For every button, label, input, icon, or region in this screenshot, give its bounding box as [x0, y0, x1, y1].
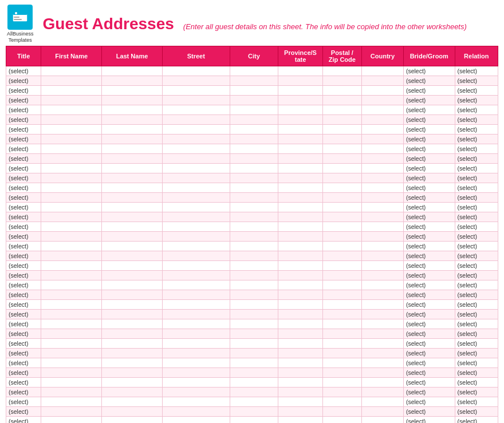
cell-country[interactable]: [361, 85, 403, 95]
cell-lastname[interactable]: [102, 251, 163, 260]
cell-street[interactable]: [162, 251, 230, 260]
table-row[interactable]: (select)(select)(select): [6, 290, 498, 299]
cell-title[interactable]: (select): [6, 290, 41, 299]
cell-country[interactable]: [361, 348, 403, 358]
cell-city[interactable]: [230, 231, 278, 241]
cell-province[interactable]: [278, 95, 322, 105]
cell-bridegroom[interactable]: (select): [403, 222, 455, 231]
cell-lastname[interactable]: [102, 270, 163, 280]
table-row[interactable]: (select)(select)(select): [6, 124, 498, 134]
cell-street[interactable]: [162, 192, 230, 202]
cell-lastname[interactable]: [102, 280, 163, 290]
cell-firstname[interactable]: [41, 367, 102, 377]
cell-city[interactable]: [230, 163, 278, 173]
cell-bridegroom[interactable]: (select): [403, 134, 455, 144]
cell-firstname[interactable]: [41, 153, 102, 163]
cell-bridegroom[interactable]: (select): [403, 212, 455, 222]
cell-country[interactable]: [361, 270, 403, 280]
cell-city[interactable]: [230, 153, 278, 163]
cell-country[interactable]: [361, 319, 403, 329]
table-row[interactable]: (select)(select)(select): [6, 153, 498, 163]
cell-country[interactable]: [361, 183, 403, 192]
cell-postal[interactable]: [322, 329, 361, 338]
cell-city[interactable]: [230, 241, 278, 251]
cell-province[interactable]: [278, 348, 322, 358]
cell-province[interactable]: [278, 114, 322, 124]
table-row[interactable]: (select)(select)(select): [6, 66, 498, 76]
cell-city[interactable]: [230, 85, 278, 95]
cell-relation[interactable]: (select): [455, 377, 498, 387]
cell-firstname[interactable]: [41, 231, 102, 241]
cell-firstname[interactable]: [41, 319, 102, 329]
cell-relation[interactable]: (select): [455, 329, 498, 338]
cell-province[interactable]: [278, 270, 322, 280]
cell-province[interactable]: [278, 173, 322, 183]
cell-bridegroom[interactable]: (select): [403, 319, 455, 329]
cell-relation[interactable]: (select): [455, 309, 498, 319]
cell-postal[interactable]: [322, 367, 361, 377]
cell-firstname[interactable]: [41, 124, 102, 134]
cell-postal[interactable]: [322, 348, 361, 358]
cell-relation[interactable]: (select): [455, 299, 498, 309]
cell-firstname[interactable]: [41, 241, 102, 251]
cell-postal[interactable]: [322, 134, 361, 144]
cell-country[interactable]: [361, 173, 403, 183]
cell-city[interactable]: [230, 397, 278, 406]
table-row[interactable]: (select)(select)(select): [6, 406, 498, 416]
cell-relation[interactable]: (select): [455, 114, 498, 124]
cell-title[interactable]: (select): [6, 299, 41, 309]
cell-bridegroom[interactable]: (select): [403, 173, 455, 183]
cell-title[interactable]: (select): [6, 329, 41, 338]
cell-relation[interactable]: (select): [455, 406, 498, 416]
cell-city[interactable]: [230, 76, 278, 85]
cell-city[interactable]: [230, 124, 278, 134]
cell-lastname[interactable]: [102, 95, 163, 105]
table-row[interactable]: (select)(select)(select): [6, 105, 498, 114]
cell-title[interactable]: (select): [6, 212, 41, 222]
cell-city[interactable]: [230, 114, 278, 124]
cell-bridegroom[interactable]: (select): [403, 124, 455, 134]
cell-postal[interactable]: [322, 299, 361, 309]
cell-country[interactable]: [361, 241, 403, 251]
cell-relation[interactable]: (select): [455, 260, 498, 270]
cell-postal[interactable]: [322, 241, 361, 251]
cell-street[interactable]: [162, 114, 230, 124]
table-row[interactable]: (select)(select)(select): [6, 163, 498, 173]
cell-relation[interactable]: (select): [455, 270, 498, 280]
cell-title[interactable]: (select): [6, 173, 41, 183]
cell-country[interactable]: [361, 105, 403, 114]
table-row[interactable]: (select)(select)(select): [6, 260, 498, 270]
cell-city[interactable]: [230, 329, 278, 338]
cell-bridegroom[interactable]: (select): [403, 153, 455, 163]
cell-province[interactable]: [278, 76, 322, 85]
cell-bridegroom[interactable]: (select): [403, 251, 455, 260]
cell-postal[interactable]: [322, 105, 361, 114]
cell-province[interactable]: [278, 290, 322, 299]
cell-street[interactable]: [162, 163, 230, 173]
cell-lastname[interactable]: [102, 260, 163, 270]
cell-province[interactable]: [278, 183, 322, 192]
table-row[interactable]: (select)(select)(select): [6, 192, 498, 202]
cell-postal[interactable]: [322, 144, 361, 153]
cell-postal[interactable]: [322, 338, 361, 348]
cell-city[interactable]: [230, 280, 278, 290]
cell-relation[interactable]: (select): [455, 290, 498, 299]
cell-bridegroom[interactable]: (select): [403, 241, 455, 251]
cell-street[interactable]: [162, 144, 230, 153]
cell-title[interactable]: (select): [6, 251, 41, 260]
table-row[interactable]: (select)(select)(select): [6, 183, 498, 192]
cell-firstname[interactable]: [41, 192, 102, 202]
table-row[interactable]: (select)(select)(select): [6, 338, 498, 348]
cell-lastname[interactable]: [102, 192, 163, 202]
cell-city[interactable]: [230, 95, 278, 105]
cell-postal[interactable]: [322, 397, 361, 406]
cell-country[interactable]: [361, 222, 403, 231]
cell-bridegroom[interactable]: (select): [403, 260, 455, 270]
cell-relation[interactable]: (select): [455, 124, 498, 134]
cell-bridegroom[interactable]: (select): [403, 397, 455, 406]
cell-lastname[interactable]: [102, 85, 163, 95]
cell-province[interactable]: [278, 134, 322, 144]
cell-province[interactable]: [278, 338, 322, 348]
table-row[interactable]: (select)(select)(select): [6, 397, 498, 406]
cell-province[interactable]: [278, 299, 322, 309]
